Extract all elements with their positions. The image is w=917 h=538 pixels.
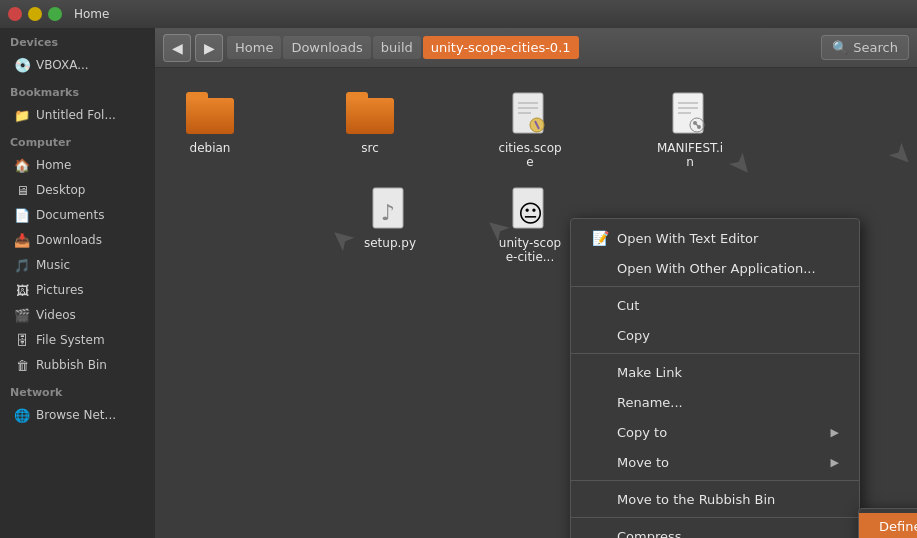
search-icon: 🔍 bbox=[832, 40, 848, 55]
cm-separator-3 bbox=[571, 480, 859, 481]
breadcrumb-downloads[interactable]: Downloads bbox=[283, 36, 370, 59]
manifest-icon bbox=[666, 89, 714, 137]
breadcrumb-home[interactable]: Home bbox=[227, 36, 281, 59]
sidebar-item-label: Downloads bbox=[36, 233, 102, 247]
sidebar-item-desktop[interactable]: 🖥 Desktop bbox=[4, 178, 151, 202]
file-item-src[interactable]: src bbox=[330, 83, 410, 175]
sidebar-item-documents[interactable]: 📄 Documents bbox=[4, 203, 151, 227]
arrow-cursor-4: ➤ bbox=[882, 135, 917, 175]
cm-item-label: Make Link bbox=[617, 365, 682, 380]
cm-item-label: Copy to bbox=[617, 425, 667, 440]
cm-copy-to[interactable]: Copy to ▶ bbox=[571, 417, 859, 447]
sidebar-item-label: Desktop bbox=[36, 183, 86, 197]
cm-move-rubbish[interactable]: Move to the Rubbish Bin bbox=[571, 484, 859, 514]
sidebar-item-label: Documents bbox=[36, 208, 104, 222]
copy-icon bbox=[591, 326, 609, 344]
cm-item-label: Rename... bbox=[617, 395, 683, 410]
search-button[interactable]: 🔍 Search bbox=[821, 35, 909, 60]
cities-scope-icon bbox=[506, 89, 554, 137]
cm-item-label: Compress... bbox=[617, 529, 694, 539]
cm-rename[interactable]: Rename... bbox=[571, 387, 859, 417]
sidebar-item-label: Browse Net... bbox=[36, 408, 116, 422]
sidebar-item-label: Rubbish Bin bbox=[36, 358, 107, 372]
documents-icon: 📄 bbox=[14, 207, 30, 223]
rename-icon bbox=[591, 393, 609, 411]
file-item-unity-scope[interactable]: 😐 unity-scope-citie... bbox=[490, 178, 570, 270]
sidebar-item-browse-net[interactable]: 🌐 Browse Net... bbox=[4, 403, 151, 427]
cm-separator-4 bbox=[571, 517, 859, 518]
open-other-icon bbox=[591, 259, 609, 277]
sidebar-item-label: Untitled Fol... bbox=[36, 108, 116, 122]
cm-copy[interactable]: Copy bbox=[571, 320, 859, 350]
sidebar-item-rubbish[interactable]: 🗑 Rubbish Bin bbox=[4, 353, 151, 377]
cm-make-link[interactable]: Make Link bbox=[571, 357, 859, 387]
submenu-arrow: ▶ bbox=[831, 456, 839, 469]
sidebar-item-videos[interactable]: 🎬 Videos bbox=[4, 303, 151, 327]
sidebar-item-vboxa[interactable]: 💿 VBOXA... bbox=[4, 53, 151, 77]
sidebar-item-label: VBOXA... bbox=[36, 58, 89, 72]
sidebar-item-filesystem[interactable]: 🗄 File System bbox=[4, 328, 151, 352]
file-label: unity-scope-citie... bbox=[496, 236, 564, 264]
sidebar-section-bookmarks: Bookmarks bbox=[0, 78, 155, 102]
folder-icon-sm: 📁 bbox=[14, 107, 30, 123]
forward-button[interactable]: ▶ bbox=[195, 34, 223, 62]
sidebar-item-pictures[interactable]: 🖼 Pictures bbox=[4, 278, 151, 302]
file-label: src bbox=[361, 141, 379, 155]
cd-icon: 💿 bbox=[14, 57, 30, 73]
cm-open-text-editor[interactable]: 📝 Open With Text Editor bbox=[571, 223, 859, 253]
submenu-define-emblem[interactable]: Define Emblem bbox=[859, 513, 917, 538]
context-menu: 📝 Open With Text Editor Open With Other … bbox=[570, 218, 860, 538]
submenu: Define Emblem About Nautilus-Actions ↖ bbox=[858, 508, 917, 538]
sidebar-item-label: Videos bbox=[36, 308, 76, 322]
network-icon: 🌐 bbox=[14, 407, 30, 423]
submenu-item-label: Define Emblem bbox=[879, 519, 917, 534]
file-item-cities-scope[interactable]: cities.scope bbox=[490, 83, 570, 175]
rubbish-icon: 🗑 bbox=[14, 357, 30, 373]
sidebar-section-computer: Computer bbox=[0, 128, 155, 152]
maximize-button[interactable] bbox=[48, 7, 62, 21]
cm-open-other[interactable]: Open With Other Application... bbox=[571, 253, 859, 283]
pictures-icon: 🖼 bbox=[14, 282, 30, 298]
sidebar-item-untitled[interactable]: 📁 Untitled Fol... bbox=[4, 103, 151, 127]
move-to-icon bbox=[591, 453, 609, 471]
src-icon bbox=[346, 89, 394, 137]
cut-icon bbox=[591, 296, 609, 314]
filesystem-icon: 🗄 bbox=[14, 332, 30, 348]
sidebar-item-music[interactable]: 🎵 Music bbox=[4, 253, 151, 277]
sidebar-section-devices: Devices bbox=[0, 28, 155, 52]
search-label: Search bbox=[853, 40, 898, 55]
setup-py-icon: ♪ bbox=[366, 184, 414, 232]
home-icon: 🏠 bbox=[14, 157, 30, 173]
file-item-setup-py[interactable]: ♪ setup.py bbox=[350, 178, 430, 256]
rubbish-bin-icon bbox=[591, 490, 609, 508]
cm-item-label: Move to the Rubbish Bin bbox=[617, 492, 775, 507]
videos-icon: 🎬 bbox=[14, 307, 30, 323]
file-item-debian[interactable]: debian bbox=[170, 83, 250, 175]
cm-move-to[interactable]: Move to ▶ bbox=[571, 447, 859, 477]
file-item-manifest[interactable]: MANIFEST.in bbox=[650, 83, 730, 175]
unity-scope-icon: 😐 bbox=[506, 184, 554, 232]
copy-to-icon bbox=[591, 423, 609, 441]
cm-item-label: Cut bbox=[617, 298, 639, 313]
breadcrumb-build[interactable]: build bbox=[373, 36, 421, 59]
svg-text:♪: ♪ bbox=[381, 200, 395, 225]
file-label: debian bbox=[190, 141, 231, 155]
file-area: debian src bbox=[155, 68, 917, 538]
cm-compress[interactable]: Compress... bbox=[571, 521, 859, 538]
sidebar-item-label: File System bbox=[36, 333, 105, 347]
breadcrumb-current[interactable]: unity-scope-cities-0.1 bbox=[423, 36, 579, 59]
back-button[interactable]: ◀ bbox=[163, 34, 191, 62]
sidebar-item-home[interactable]: 🏠 Home bbox=[4, 153, 151, 177]
toolbar: ◀ ▶ Home Downloads build unity-scope-cit… bbox=[155, 28, 917, 68]
close-button[interactable] bbox=[8, 7, 22, 21]
cm-item-label: Copy bbox=[617, 328, 650, 343]
music-icon: 🎵 bbox=[14, 257, 30, 273]
compress-icon bbox=[591, 527, 609, 538]
text-editor-icon: 📝 bbox=[591, 229, 609, 247]
file-label: setup.py bbox=[364, 236, 416, 250]
cm-item-label: Open With Other Application... bbox=[617, 261, 816, 276]
cm-cut[interactable]: Cut bbox=[571, 290, 859, 320]
minimize-button[interactable] bbox=[28, 7, 42, 21]
sidebar-item-downloads[interactable]: 📥 Downloads bbox=[4, 228, 151, 252]
cm-item-label: Open With Text Editor bbox=[617, 231, 758, 246]
